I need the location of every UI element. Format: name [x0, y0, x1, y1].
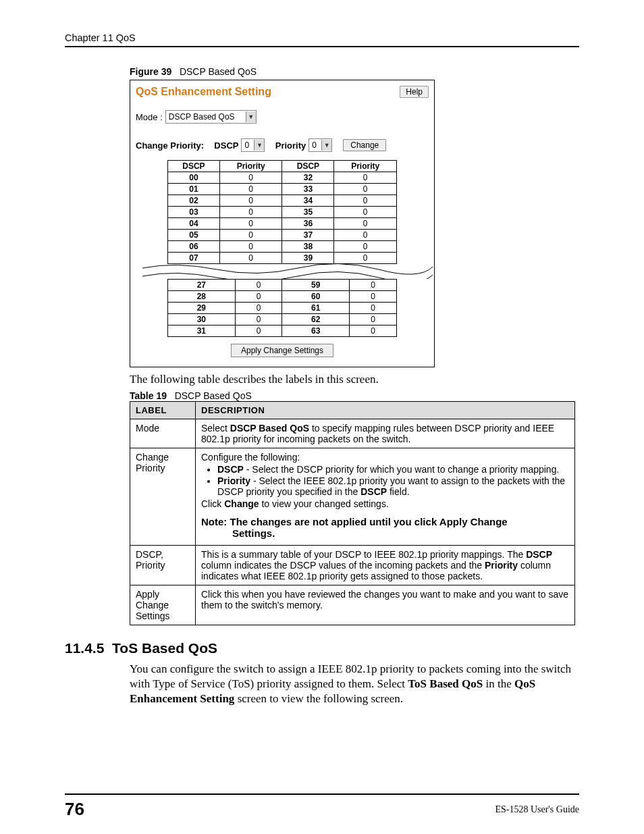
- change-button[interactable]: Change: [343, 139, 386, 151]
- table-row: 020340: [168, 195, 397, 207]
- table-cell: 34: [282, 195, 334, 207]
- priority-select-value: 0: [309, 140, 321, 150]
- change-priority-label: Change Priority:: [136, 140, 204, 151]
- row-label: Mode: [130, 419, 196, 448]
- section-number: 11.4.5: [65, 640, 104, 656]
- table-cell: 05: [168, 230, 220, 241]
- column-header-description: DESCRIPTION: [196, 402, 575, 419]
- table-cell: 0: [334, 184, 397, 195]
- table-row: 300620: [168, 314, 397, 325]
- priority-select[interactable]: 0 ▼: [308, 138, 332, 152]
- figure-label: Figure 39: [130, 66, 171, 77]
- table-row: 310630: [168, 325, 397, 337]
- table-cell: 35: [282, 207, 334, 218]
- dscp-select[interactable]: 0 ▼: [241, 138, 265, 152]
- figure-title: DSCP Based QoS: [180, 66, 257, 77]
- table-row: 040360: [168, 218, 397, 230]
- table-cell: 37: [282, 230, 334, 241]
- table-cell: 33: [282, 184, 334, 195]
- mode-label: Mode :: [136, 112, 163, 122]
- row-label: Apply Change Settings: [130, 585, 196, 625]
- table-row: Apply Change Settings Click this when yo…: [130, 585, 575, 625]
- dscp-priority-table: DSCP Priority DSCP Priority 000320010330…: [167, 160, 397, 264]
- table-row: 060380: [168, 241, 397, 253]
- table-cell: 29: [168, 303, 236, 314]
- table-intro-text: The following table describes the labels…: [130, 373, 579, 386]
- qos-settings-panel: QoS Enhancement Setting Help Mode : DSCP…: [130, 80, 435, 367]
- table-cell: 01: [168, 184, 220, 195]
- table-cell: 07: [168, 253, 220, 264]
- dscp-priority-table-cont: 270590280600290610300620310630: [167, 279, 397, 337]
- table-caption: Table 19 DSCP Based QoS: [130, 390, 579, 401]
- table-row: 280600: [168, 291, 397, 303]
- table-cell: 00: [168, 172, 220, 184]
- table-cell: 0: [350, 314, 397, 325]
- table-cell: 28: [168, 291, 236, 303]
- help-button[interactable]: Help: [400, 86, 429, 98]
- table-cell: 0: [235, 303, 282, 314]
- table-label: Table 19: [130, 390, 167, 401]
- table-header: Priority: [219, 161, 282, 172]
- table-cell: 0: [334, 172, 397, 184]
- section-heading: 11.4.5 ToS Based QoS: [65, 640, 579, 656]
- table-cell: 31: [168, 325, 236, 337]
- figure-caption: Figure 39 DSCP Based QoS: [130, 66, 579, 77]
- table-cell: 60: [282, 291, 350, 303]
- table-cell: 30: [168, 314, 236, 325]
- mode-select[interactable]: DSCP Based QoS ▼: [165, 110, 257, 124]
- table-cell: 0: [334, 253, 397, 264]
- chevron-down-icon: ▼: [254, 140, 264, 151]
- table-header: DSCP: [168, 161, 220, 172]
- chevron-down-icon: ▼: [246, 111, 256, 122]
- section-title: ToS Based QoS: [112, 640, 217, 656]
- table-cell: 02: [168, 195, 220, 207]
- panel-title: QoS Enhancement Setting: [136, 86, 271, 97]
- row-description: Select DSCP Based QoS to specify mapping…: [196, 419, 575, 448]
- table-cell: 0: [334, 230, 397, 241]
- table-cell: 63: [282, 325, 350, 337]
- column-header-label: LABEL: [130, 402, 196, 419]
- table-row: 070390: [168, 253, 397, 264]
- table-cell: 0: [219, 253, 282, 264]
- table-cell: 0: [334, 218, 397, 230]
- table-cell: 62: [282, 314, 350, 325]
- row-label: DSCP, Priority: [130, 546, 196, 585]
- table-cell: 0: [350, 325, 397, 337]
- table-cell: 03: [168, 207, 220, 218]
- table-cell: 0: [334, 207, 397, 218]
- table-row: 270590: [168, 280, 397, 291]
- row-label: Change Priority: [130, 448, 196, 546]
- chevron-down-icon: ▼: [321, 140, 331, 151]
- table-cell: 0: [219, 207, 282, 218]
- table-cell: 0: [219, 195, 282, 207]
- section-body: You can configure the switch to assign a…: [130, 662, 579, 706]
- row-description: Configure the following: DSCP - Select t…: [196, 448, 575, 546]
- table-header: Priority: [334, 161, 397, 172]
- table-cell: 0: [334, 195, 397, 207]
- page-number: 76: [65, 799, 84, 820]
- table-cell: 59: [282, 280, 350, 291]
- table-row: Mode Select DSCP Based QoS to specify ma…: [130, 419, 575, 448]
- dscp-label: DSCP: [214, 140, 238, 151]
- table-row: 050370: [168, 230, 397, 241]
- priority-label: Priority: [275, 140, 306, 151]
- table-row: 000320: [168, 172, 397, 184]
- table-cell: 61: [282, 303, 350, 314]
- table-cell: 0: [334, 241, 397, 253]
- table-title: DSCP Based QoS: [175, 390, 252, 401]
- table-cell: 39: [282, 253, 334, 264]
- table-cell: 27: [168, 280, 236, 291]
- table-cell: 0: [219, 230, 282, 241]
- table-row: 010330: [168, 184, 397, 195]
- table-cell: 0: [350, 303, 397, 314]
- running-header: Chapter 11 QoS: [65, 32, 579, 47]
- apply-change-settings-button[interactable]: Apply Change Settings: [231, 344, 333, 357]
- table-cell: 0: [219, 184, 282, 195]
- table-truncation-tear: [136, 264, 429, 279]
- table-cell: 04: [168, 218, 220, 230]
- table-cell: 0: [219, 218, 282, 230]
- footer-guide-title: ES-1528 User's Guide: [495, 804, 579, 815]
- table-row: 030350: [168, 207, 397, 218]
- table-cell: 0: [219, 241, 282, 253]
- table-cell: 0: [235, 280, 282, 291]
